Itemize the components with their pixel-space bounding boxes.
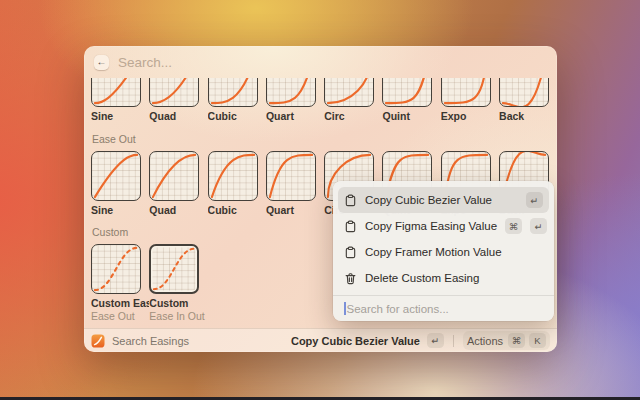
easing-cell: Quart xyxy=(266,78,316,122)
footer-app-name: Search Easings xyxy=(112,335,284,347)
footer-primary-action[interactable]: Copy Cubic Bezier Value xyxy=(291,335,420,347)
easing-card-quart[interactable] xyxy=(266,78,316,107)
easing-card-custom[interactable] xyxy=(149,244,199,294)
menu-item-label: Copy Framer Motion Value xyxy=(365,246,543,258)
easing-name: Expo xyxy=(441,110,499,122)
action-search-input[interactable]: Search for actions... xyxy=(333,296,554,321)
menu-item-copy-cubic-bezier-value[interactable]: Copy Cubic Bezier Value↵ xyxy=(338,187,549,213)
window-header: ← Search... xyxy=(84,46,557,78)
easing-curve-plot xyxy=(267,152,315,200)
easing-card-back[interactable] xyxy=(499,78,549,107)
easing-cell: Back xyxy=(499,78,549,122)
easing-cell: Cubic xyxy=(208,151,258,216)
easing-curve-plot xyxy=(325,78,373,106)
raycast-window: ← Search... SineQuadCubicQuartCircQuintE… xyxy=(84,46,557,352)
easing-card-custom-eas[interactable] xyxy=(91,244,141,294)
easing-card-sine[interactable] xyxy=(91,151,141,201)
actions-label: Actions xyxy=(467,335,503,347)
easing-curve-plot xyxy=(500,78,548,106)
easing-cell: CustomEase In Out xyxy=(149,244,199,322)
k-key-badge: K xyxy=(529,333,546,348)
easing-row: SineQuadCubicQuartCircQuintExpoBack xyxy=(91,78,550,122)
easing-name: Custom Eas… xyxy=(91,297,149,309)
key-badge: ↵ xyxy=(530,218,547,234)
easing-curve-plot xyxy=(92,78,140,106)
easing-subtitle: Ease Out xyxy=(91,310,149,322)
clipboard-icon xyxy=(344,246,357,259)
menu-item-label: Copy Figma Easing Value xyxy=(365,220,497,232)
easing-name: Quad xyxy=(149,110,207,122)
easing-cell: Expo xyxy=(441,78,491,122)
easing-name: Circ xyxy=(324,110,382,122)
easing-curve-plot xyxy=(383,78,431,106)
menu-item-copy-framer-motion-value[interactable]: Copy Framer Motion Value xyxy=(338,239,549,265)
key-badge: ⌘ xyxy=(505,218,522,234)
easing-cell: Custom Eas…Ease Out xyxy=(91,244,141,322)
easing-cell: Sine xyxy=(91,151,141,216)
easing-name: Quad xyxy=(149,204,207,216)
easing-cell: Sine xyxy=(91,78,141,122)
return-key-badge: ↵ xyxy=(427,333,444,348)
clipboard-icon xyxy=(344,194,357,207)
easing-curve-plot xyxy=(92,152,140,200)
footer-bar: Search Easings Copy Cubic Bezier Value ↵… xyxy=(84,328,557,352)
action-search-placeholder: Search for actions... xyxy=(347,303,449,315)
easing-name: Sine xyxy=(91,204,149,216)
easing-cell: Circ xyxy=(324,78,374,122)
easing-name: Cubic xyxy=(208,204,266,216)
easing-card-circ[interactable] xyxy=(324,78,374,107)
easing-curve-plot xyxy=(267,78,315,106)
menu-item-delete-custom-easing[interactable]: Delete Custom Easing xyxy=(338,265,549,291)
easing-card-quad[interactable] xyxy=(149,78,199,107)
easing-curve-plot xyxy=(150,78,198,106)
text-caret xyxy=(344,302,346,315)
cmd-key-badge: ⌘ xyxy=(508,333,525,348)
easing-name: Back xyxy=(499,110,557,122)
easing-name: Quart xyxy=(266,110,324,122)
action-menu-items: Copy Cubic Bezier Value↵Copy Figma Easin… xyxy=(333,187,554,291)
back-button[interactable]: ← xyxy=(94,55,109,70)
easing-curve-plot xyxy=(209,152,257,200)
easing-cell: Quint xyxy=(382,78,432,122)
easing-card-expo[interactable] xyxy=(441,78,491,107)
desktop-background: ← Search... SineQuadCubicQuartCircQuintE… xyxy=(0,0,640,400)
easing-name: Quart xyxy=(266,204,324,216)
easing-card-cubic[interactable] xyxy=(208,78,258,107)
easing-curve-plot xyxy=(150,152,198,200)
easing-cell: Quad xyxy=(149,151,199,216)
section-header: Ease Out xyxy=(92,133,550,145)
easing-card-quart[interactable] xyxy=(266,151,316,201)
clipboard-icon xyxy=(344,220,357,233)
trash-icon xyxy=(344,272,357,285)
menu-item-label: Copy Cubic Bezier Value xyxy=(365,194,518,206)
easing-curve-plot xyxy=(209,78,257,106)
app-icon xyxy=(91,334,105,348)
actions-button[interactable]: Actions ⌘ K xyxy=(463,331,550,350)
easing-curve-plot xyxy=(442,78,490,106)
action-menu-popover: Copy Cubic Bezier Value↵Copy Figma Easin… xyxy=(333,181,554,321)
easing-name: Cubic xyxy=(208,110,266,122)
easing-subtitle: Ease In Out xyxy=(149,310,207,322)
easing-cell: Quart xyxy=(266,151,316,216)
footer-divider xyxy=(453,335,454,347)
search-input[interactable]: Search... xyxy=(118,55,172,70)
easing-card-sine[interactable] xyxy=(91,78,141,107)
easing-card-cubic[interactable] xyxy=(208,151,258,201)
easing-cell: Quad xyxy=(149,78,199,122)
easing-name: Quint xyxy=(382,110,440,122)
key-badge: ↵ xyxy=(526,192,543,208)
easing-name: Sine xyxy=(91,110,149,122)
easing-curve-plot xyxy=(92,245,140,293)
easing-card-quad[interactable] xyxy=(149,151,199,201)
easing-name: Custom xyxy=(149,297,207,309)
menu-item-copy-figma-easing-value[interactable]: Copy Figma Easing Value⌘↵ xyxy=(338,213,549,239)
easing-card-quint[interactable] xyxy=(382,78,432,107)
easing-cell: Cubic xyxy=(208,78,258,122)
menu-item-label: Delete Custom Easing xyxy=(365,272,543,284)
easing-curve-plot xyxy=(151,246,197,292)
section-ease-in: SineQuadCubicQuartCircQuintExpoBack xyxy=(91,78,550,122)
